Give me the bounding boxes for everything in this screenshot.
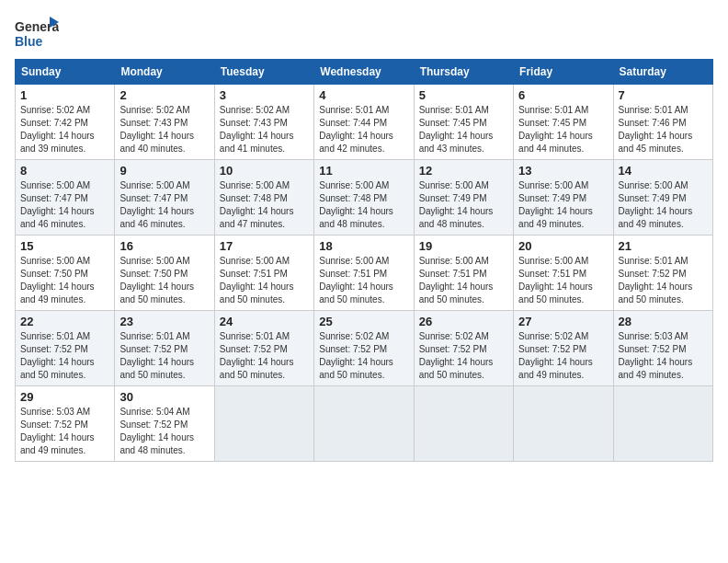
calendar-cell: 6Sunrise: 5:01 AMSunset: 7:45 PMDaylight… [514,85,613,160]
day-number: 19 [419,239,508,253]
day-number: 24 [220,315,309,328]
day-info: Sunrise: 5:01 AMSunset: 7:52 PMDaylight:… [619,255,708,306]
calendar-cell: 7Sunrise: 5:01 AMSunset: 7:46 PMDaylight… [613,85,712,160]
day-number: 8 [20,164,109,178]
weekday-header-friday: Friday [514,60,613,85]
day-number: 4 [319,88,408,102]
calendar-cell: 12Sunrise: 5:00 AMSunset: 7:49 PMDayligh… [414,160,513,236]
calendar-cell: 24Sunrise: 5:01 AMSunset: 7:52 PMDayligh… [214,311,313,386]
calendar-cell: 9Sunrise: 5:00 AMSunset: 7:47 PMDaylight… [115,160,214,236]
day-info: Sunrise: 5:00 AMSunset: 7:50 PMDaylight:… [119,255,209,306]
calendar-cell: 11Sunrise: 5:00 AMSunset: 7:48 PMDayligh… [314,160,414,236]
calendar-cell: 8Sunrise: 5:00 AMSunset: 7:47 PMDaylight… [16,160,115,236]
weekday-header-wednesday: Wednesday [314,60,414,85]
day-info: Sunrise: 5:02 AMSunset: 7:42 PMDaylight:… [20,104,109,155]
calendar-cell: 27Sunrise: 5:02 AMSunset: 7:52 PMDayligh… [514,311,613,386]
day-info: Sunrise: 5:03 AMSunset: 7:52 PMDaylight:… [619,330,708,382]
day-info: Sunrise: 5:00 AMSunset: 7:49 PMDaylight:… [518,179,608,231]
day-info: Sunrise: 5:00 AMSunset: 7:49 PMDaylight:… [419,179,508,231]
day-number: 17 [220,239,309,253]
day-info: Sunrise: 5:00 AMSunset: 7:48 PMDaylight:… [220,179,309,231]
calendar-cell: 28Sunrise: 5:03 AMSunset: 7:52 PMDayligh… [613,311,712,386]
calendar-cell: 17Sunrise: 5:00 AMSunset: 7:51 PMDayligh… [214,236,313,311]
calendar-cell [514,386,613,462]
calendar-cell: 16Sunrise: 5:00 AMSunset: 7:50 PMDayligh… [115,236,214,311]
calendar-cell: 4Sunrise: 5:01 AMSunset: 7:44 PMDaylight… [314,85,414,160]
day-number: 1 [20,88,109,102]
day-info: Sunrise: 5:02 AMSunset: 7:52 PMDaylight:… [319,330,408,382]
day-number: 22 [20,315,109,328]
page-header: General Blue [15,15,713,52]
day-number: 6 [518,88,608,102]
svg-text:Blue: Blue [15,34,43,49]
day-number: 13 [518,164,608,178]
day-number: 12 [419,164,508,178]
calendar-cell: 15Sunrise: 5:00 AMSunset: 7:50 PMDayligh… [16,236,115,311]
day-info: Sunrise: 5:02 AMSunset: 7:52 PMDaylight:… [518,330,608,382]
calendar-cell: 30Sunrise: 5:04 AMSunset: 7:52 PMDayligh… [115,386,214,462]
day-number: 25 [319,315,408,328]
day-info: Sunrise: 5:02 AMSunset: 7:43 PMDaylight:… [220,104,309,155]
day-info: Sunrise: 5:00 AMSunset: 7:47 PMDaylight:… [20,179,109,231]
day-number: 14 [619,164,708,178]
calendar-cell: 2Sunrise: 5:02 AMSunset: 7:43 PMDaylight… [115,85,214,160]
day-info: Sunrise: 5:00 AMSunset: 7:50 PMDaylight:… [20,255,109,306]
calendar-cell: 3Sunrise: 5:02 AMSunset: 7:43 PMDaylight… [214,85,313,160]
day-info: Sunrise: 5:01 AMSunset: 7:52 PMDaylight:… [220,330,309,382]
day-info: Sunrise: 5:01 AMSunset: 7:45 PMDaylight:… [518,104,608,155]
calendar-cell: 23Sunrise: 5:01 AMSunset: 7:52 PMDayligh… [115,311,214,386]
calendar-cell: 19Sunrise: 5:00 AMSunset: 7:51 PMDayligh… [414,236,513,311]
weekday-header-saturday: Saturday [613,60,712,85]
day-number: 10 [220,164,309,178]
calendar-cell: 18Sunrise: 5:00 AMSunset: 7:51 PMDayligh… [314,236,414,311]
day-info: Sunrise: 5:01 AMSunset: 7:52 PMDaylight:… [119,330,209,382]
calendar-cell: 22Sunrise: 5:01 AMSunset: 7:52 PMDayligh… [16,311,115,386]
day-info: Sunrise: 5:00 AMSunset: 7:51 PMDaylight:… [518,255,608,306]
calendar-cell: 25Sunrise: 5:02 AMSunset: 7:52 PMDayligh… [314,311,414,386]
calendar-cell [613,386,712,462]
day-info: Sunrise: 5:00 AMSunset: 7:49 PMDaylight:… [619,179,708,231]
day-number: 7 [619,88,708,102]
day-number: 18 [319,239,408,253]
logo-icon: General Blue [15,15,59,52]
calendar-cell: 1Sunrise: 5:02 AMSunset: 7:42 PMDaylight… [16,85,115,160]
day-number: 26 [419,315,508,328]
day-info: Sunrise: 5:00 AMSunset: 7:51 PMDaylight:… [220,255,309,306]
weekday-header-tuesday: Tuesday [214,60,313,85]
day-info: Sunrise: 5:00 AMSunset: 7:51 PMDaylight:… [419,255,508,306]
calendar-cell: 26Sunrise: 5:02 AMSunset: 7:52 PMDayligh… [414,311,513,386]
day-info: Sunrise: 5:02 AMSunset: 7:52 PMDaylight:… [419,330,508,382]
day-number: 5 [419,88,508,102]
day-info: Sunrise: 5:02 AMSunset: 7:43 PMDaylight:… [119,104,209,155]
calendar-cell: 21Sunrise: 5:01 AMSunset: 7:52 PMDayligh… [613,236,712,311]
day-number: 3 [220,88,309,102]
day-info: Sunrise: 5:04 AMSunset: 7:52 PMDaylight:… [119,406,209,457]
day-info: Sunrise: 5:00 AMSunset: 7:47 PMDaylight:… [119,179,209,231]
day-number: 11 [319,164,408,178]
day-number: 16 [119,239,209,253]
day-info: Sunrise: 5:01 AMSunset: 7:45 PMDaylight:… [419,104,508,155]
day-number: 30 [119,390,209,404]
day-info: Sunrise: 5:01 AMSunset: 7:44 PMDaylight:… [319,104,408,155]
day-info: Sunrise: 5:01 AMSunset: 7:46 PMDaylight:… [619,104,708,155]
day-number: 28 [619,315,708,328]
calendar-cell: 14Sunrise: 5:00 AMSunset: 7:49 PMDayligh… [613,160,712,236]
day-number: 29 [20,390,109,404]
calendar-table: SundayMondayTuesdayWednesdayThursdayFrid… [15,59,713,462]
calendar-cell [214,386,313,462]
day-number: 27 [518,315,608,328]
day-number: 23 [119,315,209,328]
weekday-header-monday: Monday [115,60,214,85]
calendar-cell: 20Sunrise: 5:00 AMSunset: 7:51 PMDayligh… [514,236,613,311]
day-number: 20 [518,239,608,253]
calendar-cell [414,386,513,462]
calendar-cell: 10Sunrise: 5:00 AMSunset: 7:48 PMDayligh… [214,160,313,236]
day-number: 15 [20,239,109,253]
calendar-cell: 13Sunrise: 5:00 AMSunset: 7:49 PMDayligh… [514,160,613,236]
day-number: 21 [619,239,708,253]
day-info: Sunrise: 5:01 AMSunset: 7:52 PMDaylight:… [20,330,109,382]
weekday-header-thursday: Thursday [414,60,513,85]
weekday-header-sunday: Sunday [16,60,115,85]
day-number: 9 [119,164,209,178]
day-info: Sunrise: 5:00 AMSunset: 7:51 PMDaylight:… [319,255,408,306]
